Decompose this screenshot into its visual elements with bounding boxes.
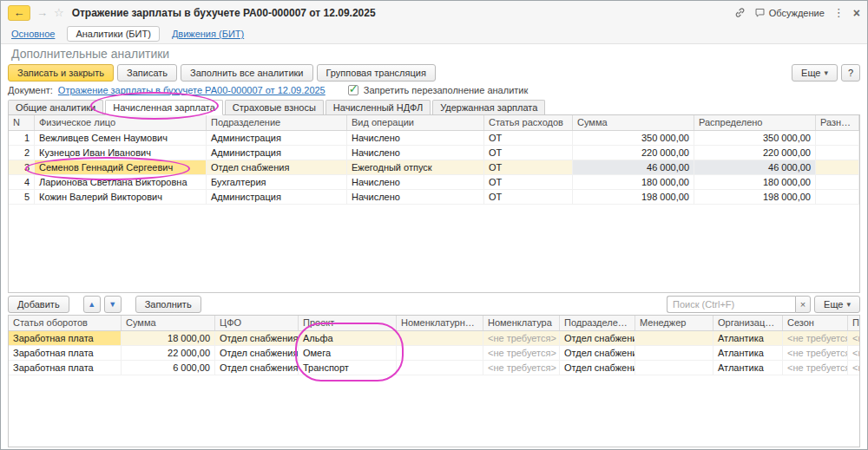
table-row[interactable]: 1 Вежливцев Семен Наумович Администрация… [9, 131, 859, 146]
cell-project[interactable]: Омега [299, 346, 397, 360]
cell-nomenclature[interactable]: <не требуется> [483, 346, 560, 360]
cell-operation[interactable]: Ежегодный отпуск [347, 160, 484, 174]
cell-row-number[interactable]: 1 [9, 131, 35, 145]
cell-organization[interactable]: Атлантика [713, 346, 783, 360]
cell-amount[interactable]: 6 000,00 [122, 361, 215, 375]
cell-operation[interactable]: Начислено [347, 190, 484, 204]
nav-item-analytics-bit[interactable]: Аналитики (БИТ) [67, 26, 159, 42]
cell-distributed[interactable]: 220 000,00 [694, 146, 816, 160]
cell-person[interactable]: Вежливцев Семен Наумович [35, 131, 207, 145]
cell-person[interactable]: Семенов Геннадий Сергеевич [35, 160, 207, 174]
prevent-refill-checkbox[interactable]: ✓ [348, 85, 358, 95]
tab-accrued-ndfl[interactable]: Начисленный НДФЛ [326, 100, 431, 114]
cell-department[interactable]: Администрация [207, 146, 347, 160]
cell-amount[interactable]: 18 000,00 [122, 331, 215, 345]
cell-season[interactable]: <не требуется> [783, 361, 848, 375]
cell-operation[interactable]: Начислено [347, 175, 484, 189]
cell-difference[interactable] [816, 146, 859, 160]
cell-difference[interactable] [816, 190, 859, 204]
save-button[interactable]: Записать [117, 64, 177, 82]
fill-all-analytics-button[interactable]: Заполнить все аналитики [181, 64, 312, 82]
cell-amount[interactable]: 22 000,00 [122, 346, 215, 360]
move-down-button[interactable]: ▼ [104, 296, 122, 313]
cell-expense-item[interactable]: ОТ [484, 146, 573, 160]
column-header-nomenclature[interactable]: Номенклатура [483, 316, 560, 330]
cell-department[interactable]: Бухгалтерия [207, 175, 347, 189]
cell-season[interactable]: <не требуется> [783, 331, 848, 345]
get-link-icon[interactable] [734, 7, 746, 18]
cell-department[interactable]: Администрация [207, 190, 347, 204]
cell-expense-item[interactable]: ОТ [484, 160, 573, 174]
cell-cfo[interactable]: Отдел снабжения [215, 346, 299, 360]
cell-organization[interactable]: Атлантика [713, 331, 783, 345]
tab-insurance-contributions[interactable]: Страховые взносы [225, 100, 324, 114]
cell-department[interactable]: Отдел снабжения [560, 361, 635, 375]
cell-expense-item[interactable]: ОТ [484, 190, 573, 204]
cell-distributed[interactable]: 350 000,00 [694, 131, 816, 145]
cell-amount[interactable]: 46 000,00 [573, 160, 694, 174]
column-header-amount[interactable]: Сумма [573, 115, 694, 130]
column-header-organization[interactable]: Организация (ана… [713, 316, 783, 330]
move-up-button[interactable]: ▲ [83, 296, 101, 313]
column-header-turnover-item[interactable]: Статья оборотов [9, 316, 122, 330]
document-link[interactable]: Отражение зарплаты в бухучете РА00-00000… [58, 85, 326, 95]
column-header-department[interactable]: Подразделение [207, 115, 347, 130]
fill-button[interactable]: Заполнить [135, 296, 201, 313]
cell-person[interactable]: Ларионова Светлана Викторовна [35, 175, 207, 189]
column-header-difference[interactable]: Разница [816, 115, 859, 130]
table-row[interactable]: 4 Ларионова Светлана Викторовна Бухгалте… [9, 175, 859, 190]
cell-amount[interactable]: 350 000,00 [573, 131, 694, 145]
column-header-manager[interactable]: Менеджер [635, 316, 713, 330]
tab-general-analytics[interactable]: Общие аналитики [8, 100, 103, 114]
cell-row-number[interactable]: 4 [9, 175, 35, 189]
cell-amount[interactable]: 220 000,00 [573, 146, 694, 160]
cell-operation[interactable]: Начислено [347, 146, 484, 160]
cell-amount[interactable]: 180 000,00 [573, 175, 694, 189]
cell-receiver[interactable]: <не требуется> [848, 361, 859, 375]
column-header-person[interactable]: Физическое лицо [35, 115, 207, 130]
column-header-receiver[interactable]: Получат… [848, 316, 860, 330]
cell-expense-item[interactable]: ОТ [484, 131, 573, 145]
column-header-expense-item[interactable]: Статья расходов [484, 115, 573, 130]
analytics-more-button[interactable]: Еще▾ [814, 296, 860, 313]
cell-nomenclature-group[interactable] [397, 346, 483, 360]
discussion-button[interactable]: Обсуждение [754, 7, 825, 18]
column-header-department[interactable]: Подразделение [560, 316, 635, 330]
search-clear-button[interactable]: × [795, 296, 811, 313]
column-header-amount[interactable]: Сумма [122, 316, 215, 330]
cell-nomenclature-group[interactable] [397, 361, 483, 375]
cell-turnover-item[interactable]: Заработная плата [9, 346, 122, 360]
cell-turnover-item[interactable]: Заработная плата [9, 331, 122, 345]
column-header-cfo[interactable]: ЦФО [215, 316, 299, 330]
cell-organization[interactable]: Атлантика [713, 361, 783, 375]
table-row[interactable]: 5 Кожин Валерий Викторович Администрация… [9, 190, 859, 205]
cell-receiver[interactable]: <не требуется> [848, 331, 859, 345]
close-icon[interactable]: × [853, 6, 860, 20]
cell-project[interactable]: Транспорт [299, 361, 397, 375]
cell-difference[interactable] [816, 131, 859, 145]
cell-distributed[interactable]: 198 000,00 [694, 190, 816, 204]
cell-department[interactable]: Отдел снабжения [560, 331, 635, 345]
favorite-star-icon[interactable]: ☆ [54, 6, 64, 19]
cell-manager[interactable] [635, 331, 713, 345]
cell-difference[interactable] [816, 175, 859, 189]
column-header-project[interactable]: Проект [299, 316, 397, 330]
table-row[interactable]: Заработная плата 22 000,00 Отдел снабжен… [9, 346, 859, 361]
table-row[interactable]: 3 Семенов Геннадий Сергеевич Отдел снабж… [9, 160, 859, 175]
cell-person[interactable]: Кожин Валерий Викторович [35, 190, 207, 204]
cell-cfo[interactable]: Отдел снабжения [215, 331, 299, 345]
nav-item-movements-bit[interactable]: Движения (БИТ) [172, 29, 244, 39]
kebab-menu-icon[interactable]: ⋮ [833, 6, 845, 19]
column-header-nomenclature-group[interactable]: Номенклатурная гру… [397, 316, 483, 330]
add-row-button[interactable]: Добавить [8, 296, 69, 313]
forward-button[interactable]: → [36, 6, 48, 19]
column-header-distributed[interactable]: Распределено [694, 115, 816, 130]
nav-item-main[interactable]: Основное [11, 29, 55, 39]
cell-department[interactable]: Отдел снабжения [207, 160, 347, 174]
cell-nomenclature[interactable]: <не требуется> [483, 331, 560, 345]
column-header-n[interactable]: N [9, 115, 35, 130]
table-row[interactable]: 2 Кузнецов Иван Иванович Администрация Н… [9, 146, 859, 160]
table-row[interactable]: Заработная плата 18 000,00 Отдел снабжен… [9, 331, 859, 346]
help-button[interactable]: ? [841, 64, 860, 82]
cell-nomenclature-group[interactable] [397, 331, 483, 345]
